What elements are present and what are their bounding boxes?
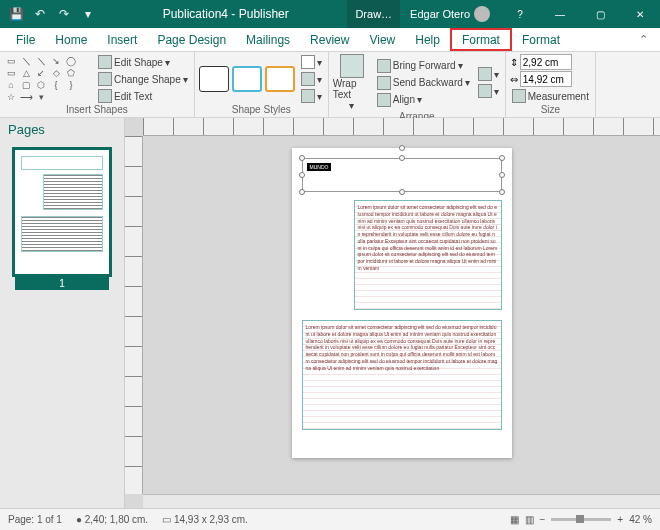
resize-handle[interactable]	[299, 155, 305, 161]
shape-fill-button[interactable]: ▾	[299, 54, 324, 70]
ruler-horizontal[interactable]	[143, 118, 660, 136]
width-icon: ⇔	[510, 74, 518, 85]
style-swatch[interactable]	[265, 66, 295, 92]
resize-handle[interactable]	[299, 172, 305, 178]
measurement-button[interactable]: Measurement	[510, 88, 591, 104]
group-label: Size	[510, 104, 591, 115]
collapse-ribbon-icon[interactable]: ⌃	[633, 33, 654, 46]
change-shape-icon	[98, 72, 112, 86]
group-icon	[478, 67, 492, 81]
window-buttons: ? — ▢ ✕	[500, 0, 660, 28]
group-insert-shapes: ▭＼＼↘◯▭ △↙◇⬠⌂▢ ⬡{}☆⟶▾ Edit Shape ▾ Change…	[0, 52, 195, 117]
horizontal-scrollbar[interactable]	[143, 494, 660, 508]
tab-help[interactable]: Help	[405, 28, 450, 51]
bring-forward-button[interactable]: Bring Forward ▾	[375, 58, 472, 74]
send-backward-icon	[377, 76, 391, 90]
text-box[interactable]: Lorem ipsum dolor sit amet consectetur a…	[354, 200, 502, 310]
tab-review[interactable]: Review	[300, 28, 359, 51]
status-size: ▭ 14,93 x 2,93 cm.	[162, 514, 248, 525]
shape-style-gallery[interactable]	[199, 66, 295, 92]
resize-handle[interactable]	[399, 189, 405, 195]
minimize-icon[interactable]: —	[540, 0, 580, 28]
group-arrange: Wrap Text▾ Bring Forward ▾ Send Backward…	[329, 52, 506, 117]
undo-icon[interactable]: ↶	[30, 4, 50, 24]
rotate-button[interactable]: ▾	[476, 83, 501, 99]
resize-handle[interactable]	[499, 189, 505, 195]
tab-file[interactable]: File	[6, 28, 45, 51]
edit-shape-icon	[98, 55, 112, 69]
page-thumbnail[interactable]: 1	[12, 147, 112, 277]
edit-shape-button[interactable]: Edit Shape ▾	[96, 54, 190, 70]
maximize-icon[interactable]: ▢	[580, 0, 620, 28]
quick-access-toolbar: 💾 ↶ ↷ ▾	[0, 4, 104, 24]
tab-page-design[interactable]: Page Design	[147, 28, 236, 51]
zoom-level[interactable]: 42 %	[629, 514, 652, 525]
zoom-controls: ▦ ▥ − + 42 %	[510, 514, 652, 525]
document-title: Publication4 - Publisher	[104, 7, 347, 21]
close-icon[interactable]: ✕	[620, 0, 660, 28]
width-input[interactable]: 14,92 cm	[520, 71, 572, 87]
group-size: ⇕2,92 cm ⇔14,92 cm Measurement Size	[506, 52, 596, 117]
tab-format[interactable]: Format	[512, 28, 570, 51]
view-spread-icon[interactable]: ▥	[525, 514, 534, 525]
page-number: 1	[15, 277, 109, 290]
selected-text-box[interactable]: MUNDO	[302, 158, 502, 192]
publication-page[interactable]: MUNDO Lorem ipsum dolor sit amet consect…	[292, 148, 512, 458]
context-tab-label: Draw…	[347, 0, 400, 28]
ribbon-options-icon[interactable]: ?	[500, 0, 540, 28]
tab-format-highlighted[interactable]: Format	[450, 28, 512, 51]
tab-home[interactable]: Home	[45, 28, 97, 51]
align-icon	[377, 93, 391, 107]
redo-icon[interactable]: ↷	[54, 4, 74, 24]
height-input[interactable]: 2,92 cm	[520, 54, 572, 70]
resize-handle[interactable]	[299, 189, 305, 195]
ribbon-tabs: File Home Insert Page Design Mailings Re…	[0, 28, 660, 52]
resize-handle[interactable]	[399, 155, 405, 161]
align-button[interactable]: Align ▾	[375, 92, 472, 108]
rotation-handle[interactable]	[399, 145, 405, 151]
page-scroll-area[interactable]: MUNDO Lorem ipsum dolor sit amet consect…	[143, 136, 660, 494]
view-single-icon[interactable]: ▦	[510, 514, 519, 525]
pages-pane: Pages 1	[0, 118, 125, 508]
status-position: ● 2,40; 1,80 cm.	[76, 514, 148, 525]
wrap-text-icon	[340, 54, 364, 78]
style-swatch[interactable]	[232, 66, 262, 92]
ribbon: ▭＼＼↘◯▭ △↙◇⬠⌂▢ ⬡{}☆⟶▾ Edit Shape ▾ Change…	[0, 52, 660, 118]
tab-insert[interactable]: Insert	[97, 28, 147, 51]
ruler-vertical[interactable]	[125, 136, 143, 494]
qat-more-icon[interactable]: ▾	[78, 4, 98, 24]
zoom-out-icon[interactable]: −	[540, 514, 546, 525]
group-shape-styles: ▾ ▾ ▾ Shape Styles	[195, 52, 329, 117]
outline-icon	[301, 72, 315, 86]
zoom-in-icon[interactable]: +	[617, 514, 623, 525]
rotate-icon	[478, 84, 492, 98]
user-name: Edgar Otero	[410, 8, 470, 20]
user-account[interactable]: Edgar Otero	[400, 6, 500, 22]
resize-handle[interactable]	[499, 155, 505, 161]
style-swatch[interactable]	[199, 66, 229, 92]
status-page: Page: 1 of 1	[8, 514, 62, 525]
group-button[interactable]: ▾	[476, 66, 501, 82]
pages-pane-title: Pages	[0, 118, 124, 141]
tab-mailings[interactable]: Mailings	[236, 28, 300, 51]
send-backward-button[interactable]: Send Backward ▾	[375, 75, 472, 91]
shapes-gallery[interactable]: ▭＼＼↘◯▭ △↙◇⬠⌂▢ ⬡{}☆⟶▾	[4, 56, 92, 103]
fill-icon	[301, 55, 315, 69]
shape-effects-button[interactable]: ▾	[299, 88, 324, 104]
text-box[interactable]: Lorem ipsum dolor sit amet consectetur a…	[302, 320, 502, 430]
tab-view[interactable]: View	[359, 28, 405, 51]
status-bar: Page: 1 of 1 ● 2,40; 1,80 cm. ▭ 14,93 x …	[0, 508, 660, 530]
effects-icon	[301, 89, 315, 103]
wrap-text-button[interactable]: Wrap Text▾	[333, 54, 371, 111]
edit-text-button[interactable]: Edit Text	[96, 88, 190, 104]
save-icon[interactable]: 💾	[6, 4, 26, 24]
resize-handle[interactable]	[499, 172, 505, 178]
shape-outline-button[interactable]: ▾	[299, 71, 324, 87]
bring-forward-icon	[377, 59, 391, 73]
canvas-area: MUNDO Lorem ipsum dolor sit amet consect…	[125, 118, 660, 508]
group-label: Insert Shapes	[4, 104, 190, 115]
zoom-slider[interactable]	[551, 518, 611, 521]
title-bar: 💾 ↶ ↷ ▾ Publication4 - Publisher Draw… E…	[0, 0, 660, 28]
group-label: Shape Styles	[199, 104, 324, 115]
change-shape-button[interactable]: Change Shape ▾	[96, 71, 190, 87]
